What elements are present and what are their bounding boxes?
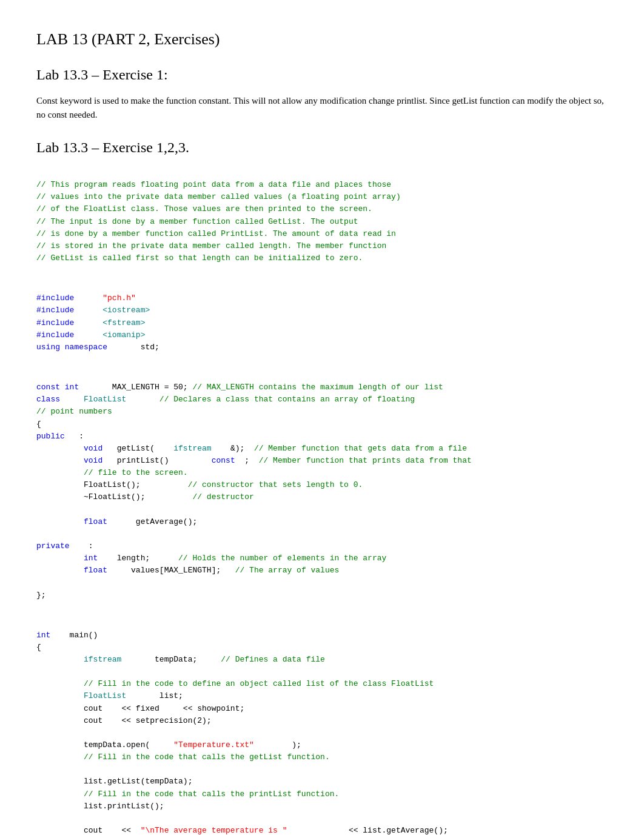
section2-title: Lab 13.3 – Exercise 1,2,3. [36, 139, 608, 156]
code-main: int main() { ifstream tempData; // Defin… [36, 617, 608, 835]
code-class: const int MAX_LENGTH = 50; // MAX_LENGTH… [36, 369, 608, 602]
section1-title: Lab 13.3 – Exercise 1: [36, 67, 608, 83]
code-comments: // This program reads floating point dat… [36, 167, 608, 264]
section1-prose: Const keyword is used to make the functi… [36, 94, 608, 121]
section1: Lab 13.3 – Exercise 1: Const keyword is … [36, 67, 608, 121]
code-includes: #include "pch.h" #include <iostream> #in… [36, 280, 608, 354]
page-title: LAB 13 (PART 2, Exercises) [36, 30, 608, 49]
section2: Lab 13.3 – Exercise 1,2,3. // This progr… [36, 139, 608, 835]
